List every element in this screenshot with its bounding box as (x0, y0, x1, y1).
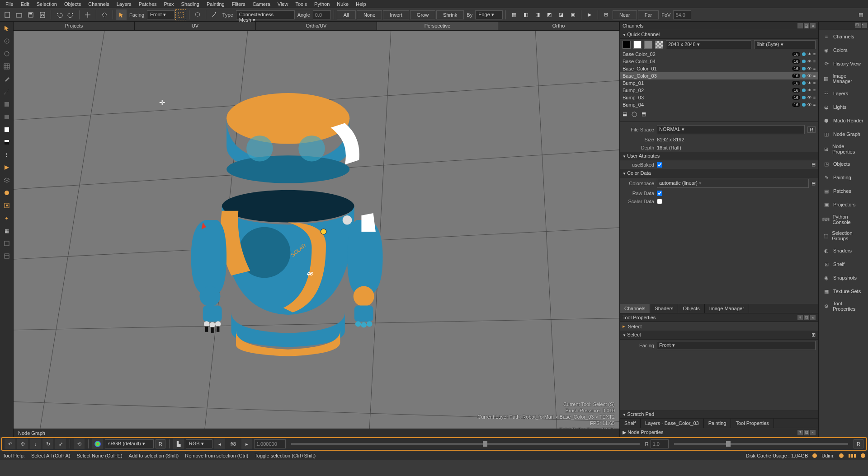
tab-perspective[interactable]: Perspective (377, 22, 498, 30)
save-icon[interactable] (25, 9, 36, 20)
scratch-tab-painting[interactable]: Painting (704, 419, 731, 428)
bb-prev-icon[interactable]: ◂ (214, 439, 225, 449)
palette-item-python-console[interactable]: ⌨Python Console (819, 211, 868, 228)
box-icon[interactable] (2, 238, 12, 248)
tp-facing-select[interactable]: Front ▾ (657, 341, 816, 350)
tool-a-icon[interactable]: ▦ (509, 9, 519, 20)
menu-objects[interactable]: Objects (61, 1, 85, 7)
channel-row[interactable]: Bump_0316 👁 ≡ (620, 94, 818, 101)
tp-help-icon[interactable]: ? (797, 315, 803, 320)
wand-icon[interactable] (209, 9, 220, 20)
select-tool-icon[interactable] (2, 23, 12, 33)
tp-select-section[interactable]: Select ⊞ (620, 331, 818, 340)
palette-item-image-manager[interactable]: ▦Image Manager (819, 70, 868, 87)
quick-size-select[interactable]: 2048 x 2048 ▾ (666, 40, 751, 49)
tool-d-icon[interactable]: ◩ (544, 9, 555, 20)
tab-projects[interactable]: Projects (14, 22, 135, 30)
angle-input[interactable] (313, 10, 331, 19)
close-doc-icon[interactable] (37, 9, 48, 20)
channel-row[interactable]: Base_Color_0116 👁 ≡ (620, 65, 818, 72)
bb-undo-icon[interactable]: ↶ (5, 439, 15, 449)
colorspace-select[interactable]: automatic (linear) ▾ (657, 179, 809, 188)
channel-eye-icon[interactable]: 👁 (807, 95, 811, 100)
swatch-white[interactable] (633, 41, 642, 49)
bb-r-input[interactable] (651, 439, 669, 448)
grow-button[interactable]: Grow (410, 10, 435, 19)
bb-reset-icon[interactable]: ⟲ (74, 439, 85, 449)
orange-tool-icon[interactable] (2, 163, 12, 173)
dots-icon[interactable]: ⋮ (2, 150, 12, 160)
channel-eye-icon[interactable]: 👁 (807, 81, 811, 85)
menu-layers[interactable]: Layers (113, 1, 135, 7)
lasso-icon[interactable] (192, 9, 203, 20)
hash-icon[interactable]: ▦ (2, 226, 12, 236)
np-close-icon[interactable]: × (810, 430, 816, 435)
menu-painting[interactable]: Painting (203, 1, 228, 7)
bw-square-icon[interactable] (2, 137, 12, 147)
scratchpad-header[interactable]: Scratch Pad (620, 410, 818, 419)
bb-colorspace-select[interactable]: sRGB (default) ▾ (105, 439, 154, 448)
menu-python[interactable]: Python (311, 1, 333, 7)
reset-icon[interactable]: R (807, 126, 816, 133)
tool-b-icon[interactable]: ◧ (520, 9, 531, 20)
chan-btn-a-icon[interactable]: ⬓ (623, 111, 627, 117)
swatch-gray[interactable] (644, 41, 652, 49)
bb-next-icon[interactable]: ▸ (241, 439, 252, 449)
palette-item-layers[interactable]: ☷Layers (819, 87, 868, 100)
channel-eye-icon[interactable]: 👁 (807, 74, 811, 78)
palette-item-painting[interactable]: ✎Painting (819, 171, 868, 184)
none-button[interactable]: None (357, 10, 382, 19)
marquee-icon[interactable] (175, 9, 186, 20)
bb-refresh-icon[interactable]: ↻ (42, 439, 53, 449)
colordata-header[interactable]: Color Data (620, 169, 818, 177)
menu-ptex[interactable]: Ptex (160, 1, 178, 7)
menu-camera[interactable]: Camera (249, 1, 274, 7)
grid-icon[interactable] (2, 61, 12, 71)
palette-item-tool-properties[interactable]: ⚙Tool Properties (819, 298, 868, 314)
channel-row[interactable]: Bump_0216 👁 ≡ (620, 87, 818, 94)
scratch-tab-layers[interactable]: Layers - Base_Color_03 (641, 419, 704, 428)
tool-c-icon[interactable]: ◨ (532, 9, 543, 20)
usebaked-more-icon[interactable]: ⊟ (811, 162, 816, 168)
channel-eye-icon[interactable]: 👁 (807, 52, 811, 56)
menu-filters[interactable]: Filters (228, 1, 249, 7)
tool-g-icon[interactable]: ⊞ (601, 9, 612, 20)
panel-icon[interactable] (2, 251, 12, 261)
menu-tools[interactable]: Tools (292, 1, 311, 7)
tp-close-icon[interactable]: × (810, 315, 816, 320)
menu-file[interactable]: File (2, 1, 17, 7)
subtab-imagemgr[interactable]: Image Manager (705, 304, 749, 313)
panel-min-icon[interactable]: − (797, 23, 803, 28)
bb-histogram-icon[interactable]: ▙ (173, 439, 184, 449)
invert-button[interactable]: Invert (383, 10, 409, 19)
by-select[interactable]: Edge ▾ (475, 10, 503, 19)
square-icon[interactable] (2, 99, 12, 109)
np-help-icon[interactable]: ? (797, 430, 803, 435)
palette-item-objects[interactable]: ◳Objects (819, 157, 868, 171)
scratch-tab-shelf[interactable]: Shelf (620, 419, 641, 428)
filespace-select[interactable]: NORMAL ▾ (657, 125, 805, 134)
menu-edit[interactable]: Edit (17, 1, 33, 7)
bb-gain-input[interactable] (254, 439, 286, 448)
play-icon[interactable]: ▶ (584, 9, 595, 20)
far-button[interactable]: Far (638, 10, 659, 19)
bb-r-slider[interactable] (674, 443, 848, 445)
menu-shading[interactable]: Shading (178, 1, 203, 7)
channel-row[interactable]: Bump_0116 👁 ≡ (620, 79, 818, 87)
channel-eye-icon[interactable]: 👁 (807, 103, 811, 107)
channel-row[interactable]: Base_Color_0316 👁 ≡ (620, 72, 818, 79)
menu-view[interactable]: View (274, 1, 292, 7)
palette-item-selection-groups[interactable]: ⬚Selection Groups (819, 228, 868, 244)
plus-icon[interactable]: + (2, 213, 12, 223)
target-icon[interactable] (2, 36, 12, 46)
undo-icon[interactable] (54, 9, 65, 20)
bb-colorwheel-icon[interactable] (92, 439, 103, 449)
panel-close-icon[interactable]: × (810, 23, 816, 28)
user-attr-header[interactable]: User Attributes (620, 152, 818, 160)
bb-rgb-select[interactable]: RGB ▾ (186, 439, 212, 448)
channel-row[interactable]: Base Color_0416 👁 ≡ (620, 58, 818, 65)
tab-uv[interactable]: UV (135, 22, 256, 30)
scalardata-check[interactable] (657, 199, 662, 204)
palette-item-shelf[interactable]: ⊡Shelf (819, 257, 868, 271)
colorspace-more-icon[interactable]: ⊟ (811, 181, 816, 187)
